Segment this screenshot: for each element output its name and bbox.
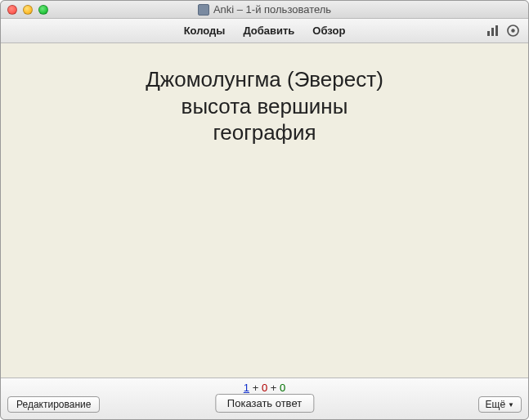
app-icon [198, 4, 209, 16]
show-answer-button[interactable]: Показать ответ [215, 394, 314, 413]
close-button[interactable] [7, 5, 17, 15]
stats-icon[interactable] [486, 24, 500, 38]
more-button[interactable]: Ещё ▼ [478, 396, 522, 413]
svg-rect-2 [495, 25, 498, 36]
toolbar: Колоды Добавить Обзор [1, 19, 528, 43]
svg-rect-0 [487, 31, 490, 36]
card-line-1: Джомолунгма (Эверест) [146, 66, 383, 93]
menu-browse[interactable]: Обзор [312, 25, 345, 37]
card-front: Джомолунгма (Эверест) высота вершины гео… [146, 66, 383, 146]
sync-icon[interactable] [505, 24, 520, 38]
card-line-2: высота вершины [146, 93, 383, 120]
svg-rect-1 [491, 28, 494, 36]
titlebar: Anki – 1-й пользователь [1, 1, 528, 19]
count-review: 0 [280, 382, 285, 394]
minimize-button[interactable] [23, 5, 33, 15]
bottom-bar: 1 + 0 + 0 Редактирование Показать ответ … [1, 378, 528, 419]
app-window: Anki – 1-й пользователь Колоды Добавить … [0, 0, 529, 420]
card-counts: 1 + 0 + 0 [1, 382, 528, 394]
window-controls [7, 5, 48, 15]
menu-decks[interactable]: Колоды [184, 25, 226, 37]
svg-point-4 [511, 29, 514, 32]
count-new: 1 [244, 382, 249, 394]
zoom-button[interactable] [38, 5, 48, 15]
chevron-down-icon: ▼ [508, 401, 514, 409]
window-title: Anki – 1-й пользователь [213, 3, 331, 16]
card-line-3: география [146, 119, 383, 146]
card-area: Джомолунгма (Эверест) высота вершины гео… [1, 43, 528, 378]
edit-button[interactable]: Редактирование [7, 396, 100, 413]
count-learn: 0 [262, 382, 267, 394]
menu-add[interactable]: Добавить [243, 25, 294, 37]
